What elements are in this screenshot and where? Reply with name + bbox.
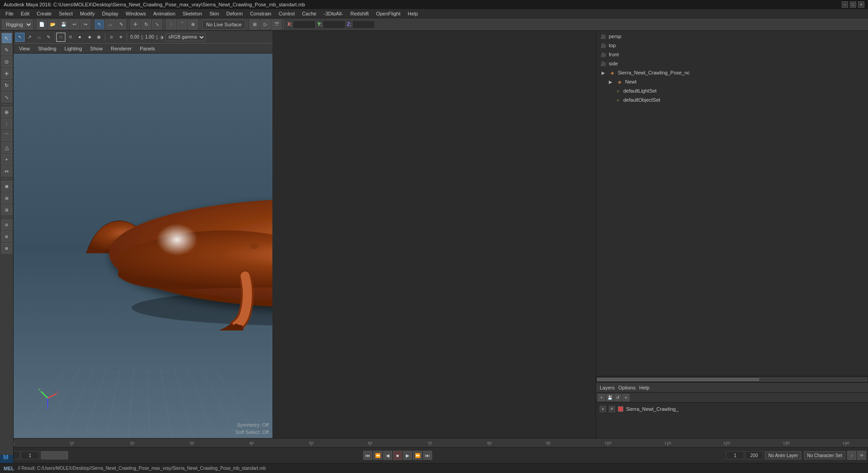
viewport-menu-renderer[interactable]: Renderer bbox=[107, 45, 135, 52]
step-fwd-button[interactable]: ⏩ bbox=[413, 451, 422, 460]
tool2-button[interactable]: ▤ bbox=[1, 192, 12, 203]
stop-button[interactable]: ■ bbox=[393, 451, 402, 460]
select-mode-button[interactable]: ↖ bbox=[1, 33, 12, 44]
play-back-button[interactable]: ◀ bbox=[383, 451, 392, 460]
current-frame-input[interactable] bbox=[21, 451, 39, 459]
menu-3dtall[interactable]: -3DtoAll- bbox=[320, 10, 347, 17]
snap2-button[interactable]: ⋮ bbox=[1, 118, 12, 129]
viewport-menu-show[interactable]: Show bbox=[87, 45, 107, 52]
play-fwd-button[interactable]: ▶ bbox=[403, 451, 412, 460]
menu-cache[interactable]: Cache bbox=[298, 10, 320, 17]
menu-file[interactable]: File bbox=[2, 10, 17, 17]
layers-refresh-button[interactable]: ↺ bbox=[614, 394, 621, 401]
scale-tool-button[interactable]: ⤡ bbox=[152, 20, 162, 30]
tool3-button[interactable]: ▥ bbox=[1, 204, 12, 215]
viewport-menu-shading[interactable]: Shading bbox=[35, 45, 60, 52]
rotate-sidebar-button[interactable]: ↻ bbox=[1, 80, 12, 91]
menu-redshift[interactable]: Redshift bbox=[347, 10, 372, 17]
gamma-selector[interactable]: sRGB gamma bbox=[165, 33, 206, 41]
vp-smooth-icon[interactable]: ◉ bbox=[85, 33, 94, 42]
move-tool-button[interactable]: ✛ bbox=[130, 20, 140, 30]
paint-mode-button[interactable]: ✎ bbox=[1, 44, 12, 55]
scale-sidebar-button[interactable]: ⤡ bbox=[1, 92, 12, 103]
tree-item-objectset[interactable]: ○ defaultObjectSet bbox=[596, 95, 868, 104]
tree-item-newt[interactable]: ▶ ◈ Newt bbox=[596, 77, 868, 86]
layers-delete-button[interactable]: × bbox=[622, 394, 630, 401]
tree-item-top[interactable]: 🎥 top bbox=[596, 41, 868, 50]
fast-fwd-button[interactable]: ⏭ bbox=[423, 451, 432, 460]
menu-modify[interactable]: Modify bbox=[76, 10, 98, 17]
menu-help[interactable]: Help bbox=[404, 10, 422, 17]
tree-item-lightset[interactable]: ○ defaultLightSet bbox=[596, 86, 868, 95]
menu-skeleton[interactable]: Skeleton bbox=[179, 10, 206, 17]
menu-control[interactable]: Control bbox=[275, 10, 298, 17]
menu-openflight[interactable]: OpenFlight bbox=[372, 10, 404, 17]
menu-select[interactable]: Select bbox=[55, 10, 77, 17]
new-scene-button[interactable]: 📄 bbox=[37, 20, 47, 30]
tool5-button[interactable]: ⊞ bbox=[1, 231, 12, 242]
snap-grid-button[interactable]: ⋮ bbox=[166, 20, 176, 30]
redo-button[interactable]: ↪ bbox=[80, 20, 90, 30]
vp-wire-icon[interactable]: ⊡ bbox=[66, 33, 75, 42]
x-input[interactable] bbox=[293, 20, 316, 29]
timeline-ruler[interactable]: 1102030405060708090100110120130140 bbox=[0, 439, 868, 448]
outliner-hscroll-thumb[interactable] bbox=[597, 378, 759, 381]
outliner-hscroll-track[interactable] bbox=[597, 378, 867, 381]
menu-constrain[interactable]: Constrain bbox=[247, 10, 275, 17]
snap4-button[interactable]: △ bbox=[1, 142, 12, 153]
vp-isolate-icon[interactable]: ⊗ bbox=[116, 33, 125, 42]
layers-save-button[interactable]: 💾 bbox=[606, 394, 613, 401]
open-scene-button[interactable]: 📂 bbox=[48, 20, 58, 30]
no-character-set-button[interactable]: No Character Set bbox=[804, 451, 845, 459]
no-live-surface-display[interactable]: No Live Surface bbox=[202, 20, 246, 30]
menu-display[interactable]: Display bbox=[99, 10, 122, 17]
audio-button[interactable]: ♪ bbox=[847, 451, 856, 460]
select-tool-button[interactable]: ↖ bbox=[94, 20, 104, 30]
undo-button[interactable]: ↩ bbox=[69, 20, 79, 30]
save-scene-button[interactable]: 💾 bbox=[59, 20, 69, 30]
step-back-button[interactable]: ⏪ bbox=[373, 451, 382, 460]
vp-select-icon[interactable]: ↖ bbox=[15, 33, 25, 42]
viewport-menu-panels[interactable]: Panels bbox=[136, 45, 159, 52]
menu-skin[interactable]: Skin bbox=[206, 10, 222, 17]
layers-menu-help[interactable]: Help bbox=[639, 385, 650, 390]
rotate-tool-button[interactable]: ↻ bbox=[141, 20, 151, 30]
snap-point-button[interactable]: ⊕ bbox=[188, 20, 198, 30]
tool4-button[interactable]: ⊟ bbox=[1, 219, 12, 230]
vp-lasso-icon[interactable]: ⌓ bbox=[35, 33, 44, 42]
vp-arrow-icon[interactable]: ↗ bbox=[25, 33, 34, 42]
vp-textured-icon[interactable]: ▩ bbox=[94, 33, 104, 42]
menu-edit[interactable]: Edit bbox=[17, 10, 33, 17]
move-sidebar-button[interactable]: ✛ bbox=[1, 68, 12, 79]
vp-xray-icon[interactable]: ◎ bbox=[107, 33, 116, 42]
tree-item-front[interactable]: 🎥 front bbox=[596, 50, 868, 59]
layer-color-swatch[interactable] bbox=[618, 406, 623, 412]
viewport-3d[interactable]: X Y Z persp Symmetry: Off Soft Select: O… bbox=[14, 54, 272, 446]
no-anim-layer-button[interactable]: No Anim Layer bbox=[765, 451, 801, 459]
snap-curve-button[interactable]: ⌒ bbox=[177, 20, 187, 30]
close-button[interactable]: × bbox=[858, 1, 864, 8]
range-start-input[interactable] bbox=[726, 451, 744, 459]
menu-animation[interactable]: Animation bbox=[149, 10, 179, 17]
viewport-menu-view[interactable]: View bbox=[15, 45, 34, 52]
tree-item-persp[interactable]: 🎥 persp bbox=[596, 32, 868, 41]
vp-shaded-icon[interactable]: ■ bbox=[75, 33, 84, 42]
render-settings-button[interactable]: ⊞ bbox=[250, 20, 260, 30]
tool6-button[interactable]: ⊠ bbox=[1, 243, 12, 254]
snap6-button[interactable]: ⇔ bbox=[1, 166, 12, 177]
viewport-menu-lighting[interactable]: Lighting bbox=[61, 45, 86, 52]
vp-paint-icon[interactable]: ✎ bbox=[44, 33, 53, 42]
sculpt-mode-button[interactable]: ⊙ bbox=[1, 56, 12, 67]
snap3-button[interactable]: ⌒ bbox=[1, 130, 12, 141]
ipr-button[interactable]: ▷ bbox=[261, 20, 271, 30]
mode-dropdown[interactable]: Rigging bbox=[2, 20, 33, 30]
layer-v-checkbox[interactable]: V bbox=[600, 406, 606, 412]
snap-button[interactable]: ⊕ bbox=[1, 107, 12, 118]
menu-windows[interactable]: Windows bbox=[122, 10, 150, 17]
y-input[interactable] bbox=[323, 20, 345, 29]
tree-item-side[interactable]: 🎥 side bbox=[596, 59, 868, 68]
rewind-button[interactable]: ⏮ bbox=[363, 451, 372, 460]
mel-label[interactable]: MEL bbox=[4, 466, 14, 471]
loop-button[interactable]: ⟳ bbox=[857, 451, 866, 460]
menu-deform[interactable]: Deform bbox=[223, 10, 247, 17]
